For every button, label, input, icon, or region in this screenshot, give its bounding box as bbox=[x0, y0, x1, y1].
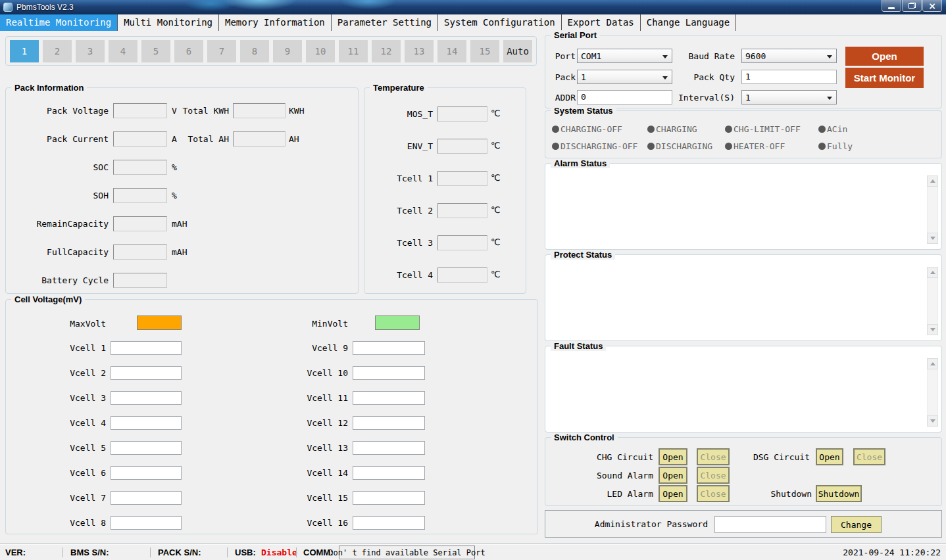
pack-button-15[interactable]: 15 bbox=[470, 40, 499, 62]
window-title: PbmsTools V2.3 bbox=[16, 3, 74, 12]
scroll-up-button[interactable] bbox=[927, 175, 938, 187]
unit-label: AH bbox=[289, 134, 318, 144]
comm-status-box: Don' t find available Serial Port bbox=[339, 546, 475, 559]
pack-button-10[interactable]: 10 bbox=[306, 40, 335, 62]
pack-button-8[interactable]: 8 bbox=[240, 40, 269, 62]
interval-select[interactable]: 1 bbox=[741, 90, 837, 105]
pack-button-3[interactable]: 3 bbox=[76, 40, 105, 62]
status-led-icon bbox=[552, 143, 559, 150]
shutdown-button[interactable]: Shutdown bbox=[816, 485, 862, 502]
vcell-13-field bbox=[353, 441, 425, 455]
status-item-label: DISCHARGING-OFF bbox=[560, 141, 637, 151]
tab-system-configuration[interactable]: System Configuration bbox=[438, 14, 562, 31]
fault-status-title: Fault Status bbox=[551, 341, 606, 351]
unit-label: % bbox=[172, 162, 198, 172]
sound-alarm-close-button[interactable]: Close bbox=[697, 467, 730, 484]
pack-button-9[interactable]: 9 bbox=[273, 40, 302, 62]
vcell-5-field bbox=[111, 441, 182, 455]
chg-circuit-close-button[interactable]: Close bbox=[697, 448, 730, 465]
celsius-unit-label: ℃ bbox=[491, 173, 507, 183]
status-led-icon bbox=[725, 126, 732, 133]
status-item-discharging-off: DISCHARGING-OFF bbox=[552, 141, 637, 151]
led-alarm-close-button[interactable]: Close bbox=[697, 485, 730, 502]
vcell-7-field bbox=[111, 491, 182, 505]
close-button[interactable]: × bbox=[922, 0, 942, 12]
pack-button-auto[interactable]: Auto bbox=[503, 40, 532, 62]
statusbar-divider bbox=[150, 548, 151, 557]
pack-button-13[interactable]: 13 bbox=[405, 40, 434, 62]
serial-port-title: Serial Port bbox=[551, 30, 600, 40]
admin-password-input[interactable] bbox=[714, 516, 826, 533]
serial-port-group: Serial Port Port COM1 Baud Rate 9600 Pac… bbox=[545, 35, 942, 108]
pack-button-5[interactable]: 5 bbox=[141, 40, 170, 62]
tab-realtime-monitoring[interactable]: Realtime Monitoring bbox=[0, 14, 118, 31]
status-led-icon bbox=[552, 126, 559, 133]
status-led-icon bbox=[647, 126, 655, 133]
tcell-2-field bbox=[437, 203, 487, 218]
dsg-circuit-open-button[interactable]: Open bbox=[816, 448, 843, 465]
pack-current-label: Pack Current bbox=[6, 134, 109, 144]
vcell-1-field bbox=[111, 341, 182, 355]
minimize-button[interactable] bbox=[882, 0, 901, 12]
vcell-12-field bbox=[353, 416, 425, 430]
scroll-up-button[interactable] bbox=[927, 358, 938, 369]
status-item-label: ACin bbox=[827, 124, 847, 134]
protect-status-title: Protect Status bbox=[551, 250, 615, 260]
start-monitor-button[interactable]: Start Monitor bbox=[845, 68, 924, 88]
pack-button-4[interactable]: 4 bbox=[109, 40, 137, 62]
pack-qty-input[interactable]: 1 bbox=[741, 70, 837, 84]
fullcapacity-label: FullCapacity bbox=[6, 247, 109, 257]
tab-change-language[interactable]: Change Language bbox=[641, 14, 736, 31]
vcell-4-field bbox=[111, 416, 182, 430]
chg-circuit-open-button[interactable]: Open bbox=[659, 448, 687, 465]
soc-field bbox=[113, 160, 167, 175]
baud-rate-select[interactable]: 9600 bbox=[741, 49, 837, 63]
switch-control-group: Switch Control CHG CircuitOpenCloseSound… bbox=[545, 437, 942, 506]
status-bar: VER: BMS S/N: PACK S/N: USB: Disable COM… bbox=[0, 544, 946, 560]
vcell-7-label: Vcell 7 bbox=[6, 493, 106, 503]
scroll-up-button[interactable] bbox=[927, 267, 938, 278]
chg-circuit-label: CHG Circuit bbox=[545, 452, 653, 462]
maxvolt-label: MaxVolt bbox=[6, 319, 106, 329]
dsg-circuit-close-button[interactable]: Close bbox=[853, 448, 885, 465]
scroll-down-button[interactable] bbox=[927, 415, 938, 427]
switch-control-title: Switch Control bbox=[551, 432, 618, 442]
scroll-down-button[interactable] bbox=[927, 324, 938, 335]
protect-status-scrollbar[interactable] bbox=[927, 267, 938, 335]
protect-status-group: Protect Status bbox=[545, 254, 942, 341]
status-item-acin: ACin bbox=[818, 124, 847, 134]
pack-button-14[interactable]: 14 bbox=[437, 40, 466, 62]
tab-parameter-setting[interactable]: Parameter Setting bbox=[332, 14, 438, 31]
pack-button-2[interactable]: 2 bbox=[43, 40, 72, 62]
fault-status-scrollbar[interactable] bbox=[927, 358, 938, 427]
tcell-2-label: Tcell 2 bbox=[364, 206, 433, 216]
pack-button-1[interactable]: 1 bbox=[10, 40, 39, 62]
restore-button[interactable] bbox=[902, 0, 922, 12]
celsius-unit-label: ℃ bbox=[491, 205, 507, 215]
alarm-status-group: Alarm Status bbox=[545, 163, 942, 250]
usb-label: USB: bbox=[235, 548, 256, 557]
pack-button-6[interactable]: 6 bbox=[174, 40, 203, 62]
statusbar-divider bbox=[62, 548, 63, 557]
tab-export-datas[interactable]: Export Datas bbox=[562, 14, 641, 31]
pack-button-12[interactable]: 12 bbox=[372, 40, 401, 62]
shutdown-label: Shutdown bbox=[743, 489, 812, 499]
admin-password-label: Administrator Password bbox=[545, 519, 708, 529]
sound-alarm-open-button[interactable]: Open bbox=[659, 467, 687, 484]
pack-selector: 123456789101112131415Auto bbox=[5, 36, 537, 66]
scroll-down-button[interactable] bbox=[927, 233, 938, 244]
pbmstools-window: PbmsTools V2.3 × Realtime MonitoringMult… bbox=[0, 0, 946, 560]
open-button[interactable]: Open bbox=[845, 47, 924, 66]
tab-memory-information[interactable]: Memory Information bbox=[219, 14, 332, 31]
pack-button-11[interactable]: 11 bbox=[339, 40, 368, 62]
change-password-button[interactable]: Change bbox=[831, 516, 882, 533]
bms-sn-label: BMS S/N: bbox=[70, 548, 109, 557]
vcell-3-field bbox=[111, 391, 182, 405]
pack-button-7[interactable]: 7 bbox=[207, 40, 236, 62]
tab-multi-monitoring[interactable]: Multi Monitoring bbox=[118, 14, 219, 31]
led-alarm-open-button[interactable]: Open bbox=[659, 485, 687, 502]
vcell-9-field bbox=[353, 341, 425, 355]
vcell-2-label: Vcell 2 bbox=[6, 368, 106, 378]
alarm-status-scrollbar[interactable] bbox=[927, 175, 938, 244]
fault-status-group: Fault Status bbox=[545, 346, 942, 432]
